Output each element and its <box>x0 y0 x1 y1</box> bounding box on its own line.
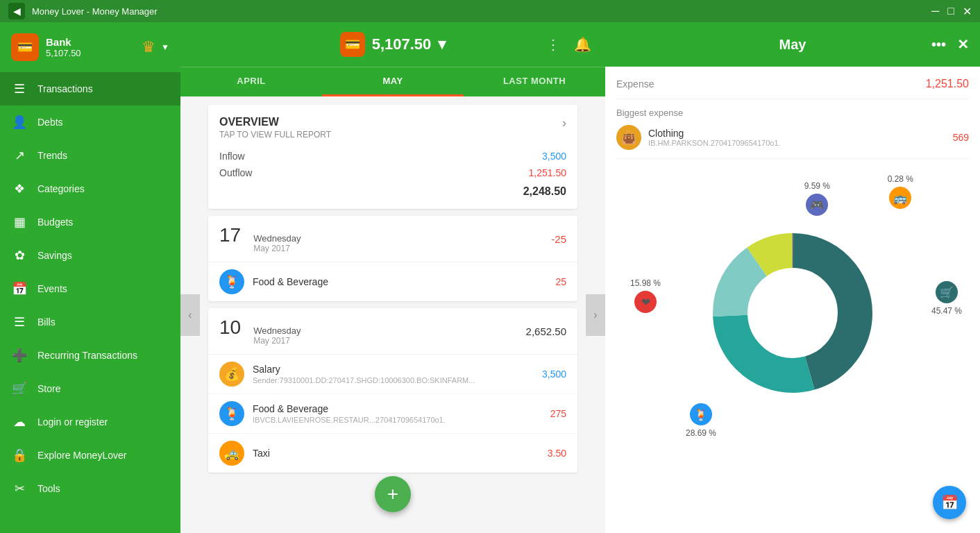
sidebar-item-trends[interactable]: ↗ Trends <box>0 139 180 172</box>
biggest-expense-label: Biggest expense <box>616 108 969 118</box>
top-bar-actions: ⋮ 🔔 <box>546 36 591 53</box>
trends-icon: ↗ <box>11 148 28 163</box>
biggest-item-name: Clothing <box>648 128 781 139</box>
trans-name: Taxi <box>253 448 548 459</box>
sidebar-item-transactions[interactable]: ☰ Transactions <box>0 72 180 105</box>
account-name: Bank <box>46 36 81 48</box>
sidebar-item-label: Login or register <box>37 416 108 428</box>
sidebar: 💳 Bank 5,107.50 ♛ ▼ ☰ Transactions 👤 Deb… <box>0 22 180 533</box>
explore-icon: 🔒 <box>11 448 28 463</box>
overview-card[interactable]: OVERVIEW TAP TO VIEW FULL REPORT › Inflo… <box>208 105 577 209</box>
inflow-value: 3,500 <box>542 151 566 162</box>
overview-title: OVERVIEW <box>219 116 331 128</box>
sidebar-item-login[interactable]: ☁ Login or register <box>0 405 180 439</box>
sidebar-item-events[interactable]: 📅 Events <box>0 272 180 305</box>
dropdown-caret[interactable]: ▾ <box>438 35 446 53</box>
sidebar-item-tools[interactable]: ✂ Tools <box>0 472 180 505</box>
sidebar-item-budgets[interactable]: ▦ Budgets <box>0 205 180 239</box>
overview-total: 2,248.50 <box>219 185 566 198</box>
sidebar-header: 💳 Bank 5,107.50 ♛ ▼ <box>0 22 180 72</box>
tab-last-month[interactable]: LAST MONTH <box>464 67 605 96</box>
overview-arrow: › <box>562 116 566 130</box>
sidebar-item-recurring[interactable]: ➕ Recurring Transactions <box>0 339 180 372</box>
close-panel-icon[interactable]: ✕ <box>957 36 969 53</box>
chart-label-2869: 🍹 28.69 % <box>686 400 716 438</box>
chart-label-028: 0.28 % 🚌 <box>888 174 913 212</box>
dropdown-arrow[interactable]: ▼ <box>161 42 169 52</box>
chart-label-4547: 🛒 45.47 % <box>931 278 962 316</box>
sidebar-item-label: Explore MoneyLover <box>37 450 126 461</box>
transaction-item[interactable]: 💰 Salary Sender:79310001.DD:270417.SHGD:… <box>208 355 577 394</box>
back-button[interactable]: ◀ <box>8 3 25 19</box>
minimize-button[interactable]: ─ <box>931 5 939 18</box>
calendar-icon: 📅 <box>941 494 958 511</box>
sidebar-item-bills[interactable]: ☰ Bills <box>0 305 180 339</box>
biggest-item-amount: 569 <box>953 132 969 143</box>
tab-april[interactable]: APRIL <box>180 67 322 96</box>
sidebar-item-debts[interactable]: 👤 Debts <box>0 105 180 139</box>
chart-label-1598: 15.98 % ❤ <box>630 278 661 316</box>
balance-amount: 5,107.50 <box>372 35 432 53</box>
trans-amount: 3,500 <box>542 369 566 380</box>
add-transaction-fab[interactable]: + <box>375 476 411 512</box>
transaction-item[interactable]: 🍹 Food & Beverage IBVCB.LAVIEENROSE.REST… <box>208 394 577 434</box>
tools-icon: ✂ <box>11 481 28 496</box>
next-arrow[interactable]: › <box>586 294 605 336</box>
account-icon: 💳 <box>11 33 39 61</box>
trans-name: Salary <box>253 364 542 375</box>
more-options-icon[interactable]: ••• <box>931 37 946 53</box>
trans-icon: 🍹 <box>219 401 244 426</box>
app-title: Money Lover - Money Manager <box>32 6 931 17</box>
transaction-group: 17 Wednesday May 2017 -25 🍹 Food & Bever… <box>208 216 577 301</box>
outflow-value: 1,251.50 <box>529 167 567 178</box>
shopping-icon: 🛒 <box>936 281 958 303</box>
expense-row: Expense 1,251.50 <box>616 78 969 90</box>
trans-name: Food & Beverage <box>253 403 550 414</box>
group-date: 17 <box>219 224 241 246</box>
sidebar-item-label: Store <box>37 383 60 394</box>
login-icon: ☁ <box>11 414 28 430</box>
budgets-icon: ▦ <box>11 214 28 230</box>
game-icon: 🎮 <box>806 194 828 216</box>
svg-point-5 <box>751 271 834 355</box>
bell-icon[interactable]: 🔔 <box>574 36 591 53</box>
transaction-item[interactable]: 🍹 Food & Beverage 25 <box>208 262 577 301</box>
sidebar-item-label: Debts <box>37 117 63 128</box>
sidebar-item-label: Events <box>37 283 67 294</box>
group-month: May 2017 <box>253 336 301 346</box>
sidebar-item-label: Bills <box>37 316 56 328</box>
tab-may[interactable]: MAY <box>322 67 464 96</box>
right-panel: May ••• ✕ Expense 1,251.50 Biggest expen… <box>605 22 980 533</box>
sidebar-item-label: Budgets <box>37 217 73 228</box>
store-icon: 🛒 <box>11 381 28 396</box>
more-icon[interactable]: ⋮ <box>546 36 560 53</box>
expense-label: Expense <box>616 78 654 90</box>
titlebar: ◀ Money Lover - Money Manager ─ □ ✕ <box>0 0 980 22</box>
group-day: Wednesday <box>253 233 301 244</box>
trans-icon: 🚕 <box>219 441 244 466</box>
account-info[interactable]: 💳 Bank 5,107.50 <box>11 33 81 61</box>
sidebar-item-categories[interactable]: ❖ Categories <box>0 172 180 205</box>
maximize-button[interactable]: □ <box>947 5 954 18</box>
calendar-fab[interactable]: 📅 <box>933 486 966 519</box>
crown-icon: ♛ <box>142 38 155 56</box>
donut-chart <box>702 223 883 403</box>
chart-area: 0.28 % 🚌 9.59 % 🎮 15.98 % ❤ 🍹 28.69 % 🛒 <box>616 167 969 459</box>
wallet-amount-display: 💳 5,107.50 ▾ <box>340 32 446 57</box>
content-area: ‹ › OVERVIEW TAP TO VIEW FULL REPORT › I… <box>180 96 605 533</box>
group-date: 10 <box>219 316 241 339</box>
close-button[interactable]: ✕ <box>963 5 972 18</box>
transaction-item[interactable]: 🚕 Taxi 3.50 <box>208 434 577 473</box>
window-controls: ─ □ ✕ <box>931 5 972 18</box>
sidebar-item-store[interactable]: 🛒 Store <box>0 372 180 405</box>
trans-icon: 🍹 <box>219 269 244 294</box>
sidebar-item-explore[interactable]: 🔒 Explore MoneyLover <box>0 439 180 472</box>
group-total: 2,652.50 <box>526 325 566 337</box>
recurring-icon: ➕ <box>11 348 28 363</box>
sidebar-item-savings[interactable]: ✿ Savings <box>0 239 180 272</box>
events-icon: 📅 <box>11 281 28 296</box>
prev-arrow[interactable]: ‹ <box>180 294 200 336</box>
center-content: 💳 5,107.50 ▾ ⋮ 🔔 APRIL MAY LAST MONTH ‹ <box>180 22 605 533</box>
right-panel-title: May <box>779 37 806 53</box>
top-bar: 💳 5,107.50 ▾ ⋮ 🔔 <box>180 22 605 67</box>
